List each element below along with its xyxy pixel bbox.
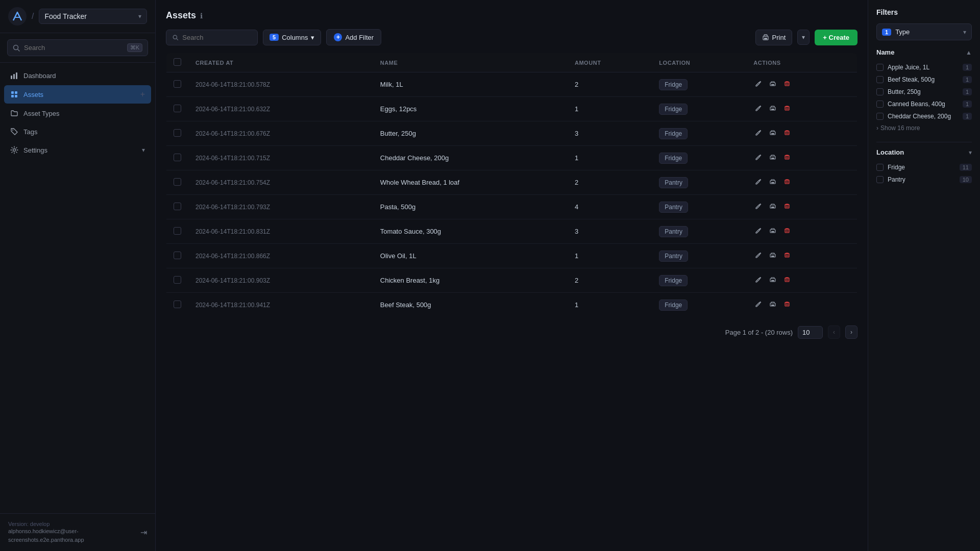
app-selector[interactable]: Food Tracker ▾ [39,9,147,24]
name-filter-checkbox[interactable] [876,64,884,71]
logout-icon[interactable]: ⇥ [140,528,147,537]
next-page-button[interactable]: › [845,325,857,339]
show-more-link[interactable]: › Show 16 more [876,122,972,134]
delete-row-button[interactable] [782,103,792,115]
print-row-button[interactable] [768,299,778,311]
row-location: Fridge [652,97,746,121]
row-checkbox[interactable] [174,276,181,284]
table-row: 2024-06-14T18:21:00.793Z Pasta, 500g 4 P… [166,195,857,219]
row-checkbox[interactable] [174,300,181,308]
name-filter-item[interactable]: Butter, 250g 1 [876,86,972,98]
row-checkbox[interactable] [174,178,181,186]
name-filter-checkbox[interactable] [876,113,884,120]
delete-row-button[interactable] [782,177,792,188]
edit-button[interactable] [753,152,764,164]
print-row-button[interactable] [768,103,778,115]
name-filter-header[interactable]: Name ▲ [876,48,972,56]
delete-row-button[interactable] [782,226,792,237]
print-row-button[interactable] [768,177,778,188]
print-row-button[interactable] [768,226,778,237]
edit-button[interactable] [753,201,764,213]
edit-button[interactable] [753,79,764,90]
prev-page-button[interactable]: ‹ [828,325,840,339]
name-filter-item[interactable]: Beef Steak, 500g 1 [876,73,972,86]
row-checkbox[interactable] [174,203,181,210]
name-filter-label: Canned Beans, 400g [888,101,959,108]
name-filter-item[interactable]: Apple Juice, 1L 1 [876,61,972,73]
edit-button[interactable] [753,226,764,237]
add-asset-icon[interactable]: + [140,90,145,99]
delete-row-button[interactable] [782,79,792,90]
name-filter-checkbox[interactable] [876,76,884,83]
edit-button[interactable] [753,299,764,311]
sidebar-item-settings[interactable]: Settings ▾ [4,141,151,159]
name-filter-checkbox[interactable] [876,88,884,95]
row-checkbox[interactable] [174,80,181,88]
name-filter-item[interactable]: Canned Beans, 400g 1 [876,98,972,110]
name-filter-item[interactable]: Cheddar Cheese, 200g 1 [876,110,972,122]
edit-button[interactable] [753,274,764,286]
filters-panel: Filters 1 Type ▾ Name ▲ Apple Juice, 1L … [868,0,980,551]
edit-button[interactable] [753,128,764,139]
delete-row-button[interactable] [782,274,792,286]
columns-button[interactable]: 5 Columns ▾ [263,30,321,45]
page-size-select[interactable]: 10 20 50 [798,326,823,339]
row-location: Fridge [652,293,746,317]
row-amount: 2 [568,72,652,97]
location-filter-item[interactable]: Pantry 10 [876,173,972,186]
row-checkbox[interactable] [174,105,181,112]
row-location: Pantry [652,244,746,268]
print-row-button[interactable] [768,152,778,164]
info-icon: ℹ [200,12,203,20]
row-name: Whole Wheat Bread, 1 loaf [373,170,568,195]
svg-rect-18 [771,109,774,110]
add-filter-button[interactable]: + Add Filter [326,29,381,45]
edit-button[interactable] [753,103,764,115]
table-header-row: CREATED AT NAME AMOUNT LOCATION ACTIONS [166,53,857,72]
sidebar-item-tags[interactable]: Tags [4,123,151,140]
location-filter-header[interactable]: Location ▾ [876,148,972,156]
sidebar-item-asset-types[interactable]: Asset Types [4,105,151,122]
row-checkbox[interactable] [174,154,181,161]
toolbar-search-input[interactable] [182,34,251,41]
print-row-button[interactable] [768,79,778,90]
print-row-button[interactable] [768,201,778,213]
sidebar-search-input[interactable] [24,44,123,52]
row-actions [746,146,857,170]
print-dropdown-button[interactable]: ▾ [797,30,810,45]
delete-row-button[interactable] [782,250,792,262]
delete-row-button[interactable] [782,299,792,311]
sidebar-item-assets[interactable]: Assets + [4,85,151,104]
edit-button[interactable] [753,177,764,188]
print-label: Print [772,34,786,41]
type-filter[interactable]: 1 Type ▾ [876,23,972,40]
svg-rect-13 [764,38,767,39]
print-row-button[interactable] [768,128,778,139]
edit-button[interactable] [753,250,764,262]
row-checkbox[interactable] [174,129,181,137]
row-checkbox[interactable] [174,252,181,259]
location-filter-item[interactable]: Fridge 11 [876,161,972,173]
delete-row-button[interactable] [782,128,792,139]
sidebar-footer: Version: develop alphonso.hodkiewicz@use… [0,513,155,551]
sidebar-item-dashboard[interactable]: Dashboard [4,67,151,84]
location-filter-checkbox[interactable] [876,176,884,183]
search-icon [13,44,20,52]
row-checkbox[interactable] [174,227,181,235]
toolbar-search-box[interactable] [166,30,258,45]
print-row-button[interactable] [768,250,778,262]
svg-rect-22 [785,131,789,135]
delete-row-button[interactable] [782,201,792,213]
sidebar-search-box[interactable]: ⌘K [7,39,148,56]
sidebar-item-assets-label: Assets [23,91,135,98]
name-filter-checkbox[interactable] [876,101,884,108]
print-row-button[interactable] [768,274,778,286]
print-button[interactable]: Print [755,30,793,45]
table-row: 2024-06-14T18:21:00.676Z Butter, 250g 3 … [166,121,857,146]
location-filter-checkbox[interactable] [876,164,884,171]
select-all-checkbox[interactable] [174,58,181,66]
table-section: Assets ℹ 5 Columns ▾ [156,0,868,551]
search-icon [173,34,178,41]
delete-row-button[interactable] [782,152,792,164]
create-button[interactable]: + Create [815,30,857,45]
